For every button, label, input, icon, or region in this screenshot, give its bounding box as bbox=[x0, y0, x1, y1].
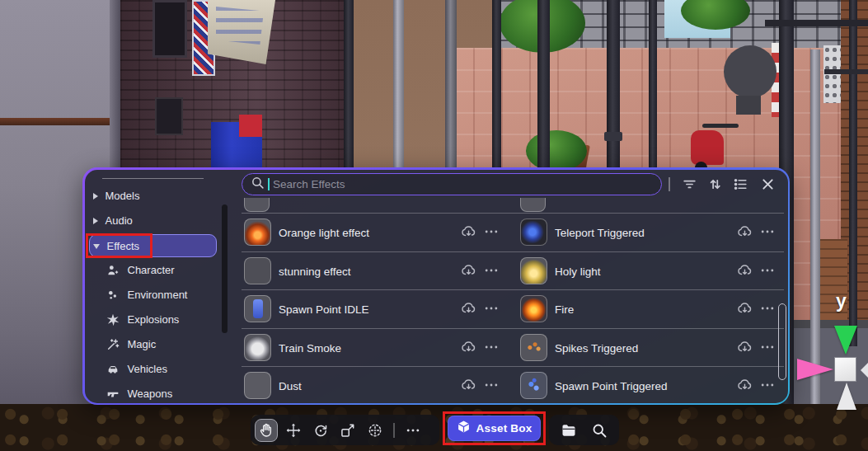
precision-tool-button[interactable] bbox=[364, 419, 387, 442]
bg-awning-text bbox=[216, 7, 264, 45]
asset-thumbnail bbox=[520, 372, 547, 399]
more-options-icon[interactable] bbox=[483, 339, 500, 355]
bg-red-box bbox=[239, 115, 262, 137]
tool-toolbar bbox=[251, 415, 439, 445]
list-view-icon[interactable] bbox=[733, 176, 748, 192]
asset-row[interactable]: Fire bbox=[518, 289, 783, 328]
sidebar-item-models[interactable]: Models bbox=[93, 184, 217, 209]
sidebar-item-audio[interactable]: Audio bbox=[93, 209, 217, 233]
download-cloud-icon[interactable] bbox=[461, 340, 476, 355]
header-divider bbox=[669, 177, 670, 191]
asset-name: Teleport Triggered bbox=[555, 226, 645, 238]
download-cloud-icon[interactable] bbox=[737, 224, 753, 240]
bg-crossbar bbox=[765, 20, 868, 26]
asset-thumbnail bbox=[244, 372, 271, 399]
download-cloud-icon[interactable] bbox=[737, 340, 753, 355]
bg-scooter bbox=[702, 124, 739, 128]
asset-row[interactable]: Teleport Triggered bbox=[518, 213, 783, 251]
explosion-star-icon bbox=[106, 312, 120, 327]
gizmo-center-cube[interactable] bbox=[834, 357, 856, 382]
close-icon[interactable] bbox=[760, 176, 776, 192]
download-cloud-icon[interactable] bbox=[461, 224, 476, 240]
sidebar-item-label: Models bbox=[106, 190, 140, 202]
sidebar-scrollbar[interactable] bbox=[222, 204, 228, 333]
scale-tool-button[interactable] bbox=[336, 419, 359, 442]
sidebar-divider bbox=[102, 178, 204, 179]
gizmo-y-axis-handle[interactable] bbox=[834, 326, 857, 355]
bg-window bbox=[152, 0, 187, 58]
sidebar-item-weapons[interactable]: Weapons bbox=[106, 382, 222, 403]
more-options-icon[interactable] bbox=[759, 339, 776, 355]
more-options-icon[interactable] bbox=[483, 262, 500, 279]
more-options-icon[interactable] bbox=[759, 300, 776, 317]
asset-row[interactable]: Orange light effect bbox=[242, 213, 507, 251]
game-editor-screen: Models Audio Effects Character bbox=[0, 0, 868, 451]
search-icon[interactable] bbox=[588, 419, 611, 442]
asset-thumbnail-partial bbox=[244, 198, 270, 212]
sidebar-item-vehicles[interactable]: Vehicles bbox=[106, 357, 222, 382]
download-cloud-icon[interactable] bbox=[737, 263, 753, 279]
asset-name: Spawn Point Triggered bbox=[555, 379, 668, 392]
chevron-right-icon bbox=[93, 193, 98, 200]
download-cloud-icon[interactable] bbox=[461, 378, 476, 393]
asset-thumbnail bbox=[244, 334, 271, 361]
asset-row[interactable]: Spawn Point Triggered bbox=[518, 366, 783, 405]
gun-icon bbox=[106, 387, 120, 401]
sort-icon[interactable] bbox=[707, 176, 723, 192]
sidebar-item-character[interactable]: Character bbox=[106, 258, 222, 283]
asset-thumbnail bbox=[244, 257, 271, 284]
bg-square-sign bbox=[736, 96, 761, 115]
toolbar-divider bbox=[393, 423, 395, 438]
asset-thumbnail bbox=[520, 218, 547, 246]
gizmo-x-axis-handle[interactable] bbox=[797, 359, 833, 380]
list-scrollbar[interactable] bbox=[778, 303, 786, 380]
asset-row[interactable]: Spawn Point IDLE bbox=[242, 289, 507, 328]
sidebar-item-magic[interactable]: Magic bbox=[106, 332, 222, 357]
asset-row[interactable]: Train Smoke bbox=[242, 328, 507, 367]
annotation-asset-box-highlight bbox=[443, 411, 546, 445]
asset-name: Spikes Triggered bbox=[555, 341, 638, 354]
more-options-icon[interactable] bbox=[759, 223, 776, 240]
asset-thumbnail bbox=[520, 334, 547, 361]
asset-row[interactable]: Dust bbox=[242, 366, 507, 405]
more-options-icon[interactable] bbox=[483, 377, 500, 393]
bg-round-sign bbox=[724, 45, 777, 98]
filter-icon[interactable] bbox=[682, 176, 697, 192]
search-input[interactable]: Search Effects bbox=[242, 173, 662, 195]
download-cloud-icon[interactable] bbox=[737, 301, 753, 317]
bg-crossbar bbox=[824, 69, 868, 74]
download-cloud-icon[interactable] bbox=[461, 263, 476, 279]
bg-foliage bbox=[526, 130, 587, 171]
asset-row[interactable]: Holy light bbox=[518, 251, 783, 290]
asset-row[interactable]: stunning effect bbox=[242, 251, 507, 290]
more-options-icon[interactable] bbox=[759, 377, 776, 393]
asset-name: Dust bbox=[279, 379, 302, 392]
sidebar-item-label: Vehicles bbox=[128, 363, 167, 375]
bg-pole bbox=[849, 0, 857, 346]
asset-thumbnail bbox=[244, 218, 271, 246]
asset-name: Holy light bbox=[555, 265, 601, 277]
more-options-icon[interactable] bbox=[759, 262, 776, 279]
sidebar-item-label: Weapons bbox=[128, 388, 173, 400]
bg-pole-clamp bbox=[604, 132, 622, 141]
bg-window bbox=[155, 97, 183, 135]
move-tool-button[interactable] bbox=[282, 419, 305, 442]
folder-icon[interactable] bbox=[557, 419, 580, 442]
more-options-icon[interactable] bbox=[483, 300, 500, 317]
gizmo-right-arrow[interactable] bbox=[861, 363, 868, 378]
more-tools-icon[interactable] bbox=[401, 419, 425, 442]
file-toolbar bbox=[549, 415, 619, 445]
gizmo-z-axis-handle[interactable] bbox=[837, 383, 856, 410]
sidebar-item-explosions[interactable]: Explosions bbox=[106, 308, 222, 332]
asset-row[interactable]: Spikes Triggered bbox=[518, 328, 783, 367]
download-cloud-icon[interactable] bbox=[461, 301, 476, 317]
chevron-right-icon bbox=[93, 218, 98, 224]
bg-pipe bbox=[0, 118, 115, 125]
hand-tool-button[interactable] bbox=[255, 419, 278, 442]
sidebar-item-environment[interactable]: Environment bbox=[106, 283, 222, 308]
asset-thumbnail bbox=[520, 295, 547, 322]
more-options-icon[interactable] bbox=[483, 223, 500, 240]
download-cloud-icon[interactable] bbox=[737, 378, 753, 393]
rotate-tool-button[interactable] bbox=[309, 419, 332, 442]
asset-name: Orange light effect bbox=[279, 226, 369, 238]
